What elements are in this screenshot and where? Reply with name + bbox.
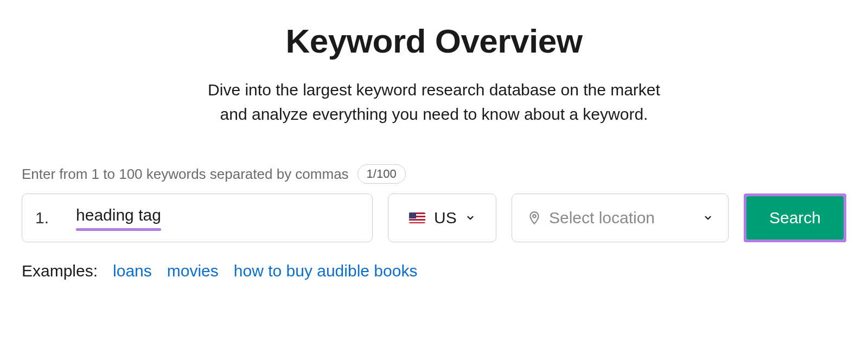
input-hint: Enter from 1 to 100 keywords separated b… — [22, 166, 349, 183]
keyword-overview-panel: Keyword Overview Dive into the largest k… — [22, 22, 846, 280]
us-flag-icon — [409, 212, 425, 223]
chevron-down-icon — [465, 213, 475, 223]
keyword-row-number: 1. — [35, 209, 49, 227]
subtitle-line-1: Dive into the largest keyword research d… — [208, 81, 660, 99]
examples-row: Examples: loans movies how to buy audibl… — [22, 262, 846, 280]
keyword-count-badge: 1/100 — [358, 164, 406, 184]
country-label: US — [434, 209, 457, 227]
input-hint-row: Enter from 1 to 100 keywords separated b… — [22, 164, 846, 184]
page-title: Keyword Overview — [22, 22, 846, 60]
example-link-movies[interactable]: movies — [167, 262, 219, 280]
keyword-input-value: heading tag — [76, 205, 161, 225]
svg-point-0 — [533, 215, 535, 217]
chevron-down-icon — [703, 213, 713, 223]
location-dropdown[interactable]: Select location — [512, 193, 729, 242]
examples-label: Examples: — [22, 262, 98, 280]
search-button[interactable]: Search — [746, 196, 844, 240]
location-pin-icon — [527, 211, 541, 225]
example-link-audible[interactable]: how to buy audible books — [234, 262, 418, 280]
search-button-highlight: Search — [744, 193, 846, 242]
example-link-loans[interactable]: loans — [113, 262, 152, 280]
country-dropdown[interactable]: US — [388, 193, 496, 242]
keyword-input[interactable]: 1. heading tag — [22, 193, 373, 242]
page-subtitle: Dive into the largest keyword research d… — [22, 78, 846, 126]
highlight-underline — [76, 228, 161, 231]
controls-row: 1. heading tag US Select location — [22, 193, 846, 242]
subtitle-line-2: and analyze everything you need to know … — [220, 105, 648, 123]
location-placeholder: Select location — [549, 209, 655, 227]
